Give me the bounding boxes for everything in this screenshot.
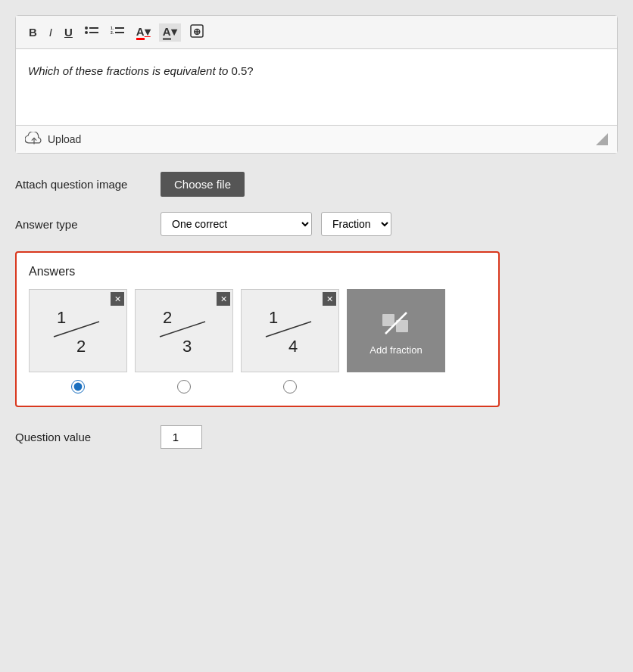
close-fraction-3-button[interactable]: ✕ (323, 292, 336, 306)
fraction-display-1: 1 2 (48, 300, 108, 361)
question-value-input[interactable] (161, 425, 202, 449)
svg-rect-3 (89, 32, 98, 33)
svg-text:2: 2 (163, 308, 172, 327)
italic-button[interactable]: I (45, 24, 56, 40)
answer-type-row: Answer type One correct Multiple correct… (15, 212, 618, 236)
numbered-list-button[interactable]: 1.2. (107, 24, 128, 40)
answer-type-select[interactable]: One correct Multiple correct True/False (161, 212, 312, 236)
choose-file-button[interactable]: Choose file (161, 172, 245, 197)
editor-footer: Upload (16, 125, 617, 153)
radio-cell-3 (241, 380, 339, 394)
svg-rect-1 (89, 27, 98, 29)
svg-text:⊕: ⊕ (193, 26, 201, 37)
close-fraction-1-button[interactable]: ✕ (111, 292, 124, 306)
attach-label: Attach question image (15, 178, 151, 191)
svg-point-0 (85, 26, 88, 30)
fraction-card-2: ✕ 2 3 (135, 289, 233, 372)
fractions-row: ✕ 1 2 ✕ 2 3 ✕ 1 4 (29, 289, 486, 372)
attach-image-row: Attach question image Choose file (15, 172, 618, 197)
insert-special-button[interactable]: ⊕ (186, 22, 208, 42)
upload-cloud-icon (25, 132, 43, 147)
highlight-button[interactable]: A▾ (159, 23, 181, 42)
radio-row (29, 380, 486, 394)
add-fraction-button[interactable]: Add fraction (347, 289, 445, 372)
editor-italic-text: Which of these fractions is equivalent t… (28, 64, 228, 77)
answer-radio-2[interactable] (177, 380, 191, 394)
fraction-card-3: ✕ 1 4 (241, 289, 339, 372)
fraction-type-select[interactable]: Fraction Decimal Integer (321, 212, 391, 236)
fraction-display-3: 1 4 (260, 300, 320, 361)
answers-section: Answers ✕ 1 2 ✕ 2 3 ✕ 1 4 (15, 251, 500, 407)
upload-label: Upload (48, 133, 81, 145)
svg-text:2: 2 (76, 337, 86, 356)
question-value-row: Question value (15, 425, 618, 449)
svg-rect-20 (382, 314, 394, 326)
answers-title: Answers (29, 265, 486, 278)
resize-handle[interactable] (596, 133, 608, 145)
underline-button[interactable]: U (61, 24, 76, 40)
radio-cell-2 (135, 380, 233, 394)
svg-rect-7 (115, 32, 124, 33)
question-value-label: Question value (15, 431, 151, 443)
svg-text:2.: 2. (111, 30, 114, 35)
editor-toolbar: B I U 1.2. A▾ A▾ ⊕ (16, 16, 617, 49)
fraction-card-1: ✕ 1 2 (29, 289, 127, 372)
bold-button[interactable]: B (25, 24, 41, 40)
add-fraction-label: Add fraction (370, 344, 422, 356)
answer-type-label: Answer type (15, 218, 151, 231)
svg-point-2 (85, 31, 88, 34)
close-fraction-2-button[interactable]: ✕ (217, 292, 230, 306)
editor-container: B I U 1.2. A▾ A▾ ⊕ Which of these fracti… (15, 15, 618, 154)
svg-text:1: 1 (57, 308, 66, 327)
svg-text:1: 1 (269, 308, 278, 327)
radio-cell-1 (29, 380, 127, 394)
editor-content[interactable]: Which of these fractions is equivalent t… (16, 49, 617, 125)
fraction-display-2: 2 3 (154, 300, 214, 361)
font-color-button[interactable]: A▾ (133, 23, 154, 42)
upload-button[interactable]: Upload (25, 132, 81, 147)
bullet-list-button[interactable] (81, 24, 102, 40)
answer-radio-3[interactable] (283, 380, 297, 394)
add-fraction-icon (379, 306, 413, 340)
svg-rect-5 (115, 27, 124, 29)
answer-radio-1[interactable] (71, 380, 85, 394)
svg-text:3: 3 (182, 337, 192, 356)
svg-text:4: 4 (288, 337, 298, 356)
editor-normal-text: 0.5? (228, 64, 253, 77)
